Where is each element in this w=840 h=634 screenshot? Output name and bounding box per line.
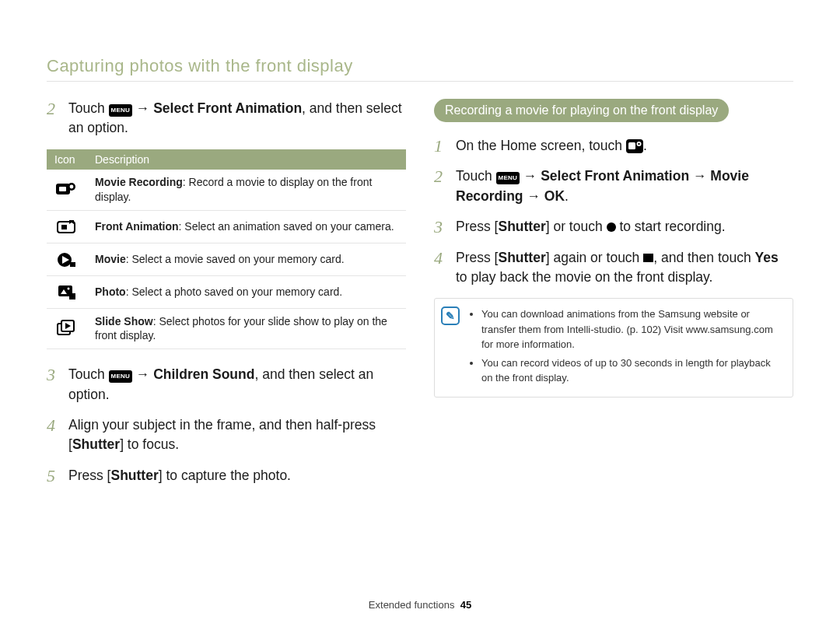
row-desc: Slide Show: Select photos for your slide… [87,308,406,349]
desc: : Select an animation saved on your came… [179,220,394,233]
row-icon [47,308,87,349]
text: Press [ [68,468,110,483]
step-body: Press [Shutter] to capture the photo. [68,466,291,485]
bold-label: Shutter [110,468,158,483]
table-row: Movie: Select a movie saved on your memo… [47,243,406,275]
left-step-3: 3 Touch MENU → Children Sound, and then … [47,365,406,405]
text: ] again or touch [546,250,644,265]
step-body: On the Home screen, touch . [456,136,647,156]
svg-rect-5 [61,225,67,229]
right-step-4: 4 Press [Shutter] again or touch , and t… [434,248,793,288]
arrow: → [136,100,153,116]
menu-chip-icon: MENU [496,172,520,184]
bold-label: Select Front Animation [153,100,302,116]
svg-rect-17 [628,142,635,149]
term: Photo [95,285,126,298]
row-desc: Front Animation: Select an animation sav… [87,210,406,243]
left-step-5: 5 Press [Shutter] to capture the photo. [47,466,406,485]
desc: : Select a photo saved on your memory ca… [126,285,343,298]
text: . [565,188,569,204]
table-row: Front Animation: Select an animation sav… [47,210,406,243]
th-description: Description [87,149,406,170]
text: , and then touch [653,250,754,265]
text: Touch [456,168,496,184]
step-body: Press [Shutter] again or touch , and the… [456,248,793,288]
svg-point-11 [68,287,70,289]
divider [47,81,793,82]
step-number: 5 [47,466,61,485]
term: Movie [95,253,126,265]
text: ] or touch [546,219,607,234]
step-body: Press [Shutter] or touch to start record… [456,217,726,236]
row-icon [47,170,87,210]
note-item: You can download animations from the Sam… [481,306,782,352]
icon-description-table: Icon Description Movie Recording: Record… [47,149,406,350]
term: Movie Recording [95,176,183,188]
record-dot-icon [607,222,616,232]
arrow: → [136,366,153,382]
bold-label: Shutter [72,436,120,452]
step-body: Touch MENU → Select Front Animation → Mo… [456,166,793,206]
section-heading-pill: Recording a movie for playing on the fro… [434,99,729,122]
step-number: 4 [47,415,61,455]
text: On the Home screen, touch [456,138,626,153]
right-step-3: 3 Press [Shutter] or touch to start reco… [434,217,793,236]
menu-chip-icon: MENU [109,370,132,383]
text: Press [ [456,250,498,265]
menu-chip-icon: MENU [109,104,132,117]
term: Slide Show [95,315,153,328]
step-body: Touch MENU → Select Front Animation, and… [68,99,406,138]
svg-rect-12 [69,293,75,299]
table-row: Slide Show: Select photos for your slide… [47,308,406,349]
text: Touch [68,366,109,382]
table-row: Movie Recording: Record a movie to displ… [47,170,406,210]
ok-label: OK [544,188,565,204]
table-row: Photo: Select a photo saved on your memo… [47,275,406,308]
bold-label: Shutter [498,250,545,265]
text: to play back the movie on the front disp… [456,269,712,285]
bold-label: Shutter [498,219,545,234]
step-number: 1 [434,136,448,156]
note-box: ✎ You can download animations from the S… [434,298,793,398]
row-desc: Movie Recording: Record a movie to displ… [87,170,406,210]
movie-icon [57,252,77,268]
row-desc: Movie: Select a movie saved on your memo… [87,243,406,275]
text: to start recording. [616,219,726,234]
left-step-4: 4 Align your subject in the frame, and t… [47,415,406,455]
arrow: → [523,188,544,204]
row-desc: Photo: Select a photo saved on your memo… [87,275,406,308]
text: . [643,138,647,153]
text: Touch [68,100,109,116]
text: ] to focus. [120,436,179,452]
th-icon: Icon [47,149,87,170]
bold-label: Yes [755,250,779,265]
text: Press [ [456,219,498,234]
text: ] to capture the photo. [159,468,291,483]
svg-rect-8 [70,262,75,267]
arrow: → [689,168,710,184]
page-title: Capturing photos with the front display [47,56,793,76]
row-icon [47,275,87,308]
right-step-2: 2 Touch MENU → Select Front Animation → … [434,166,793,206]
step-body: Align your subject in the frame, and the… [68,415,406,455]
svg-point-19 [638,143,639,145]
footer-page-number: 45 [460,599,471,611]
note-item: You can record videos of up to 30 second… [481,356,782,386]
footer-label: Extended functions [369,599,455,611]
bold-label: Children Sound [153,366,254,382]
front-animation-icon [56,219,78,235]
arrow: → [523,168,541,184]
desc: : Select a movie saved on your memory ca… [126,253,345,265]
svg-point-2 [70,185,74,189]
stop-square-icon [643,254,653,262]
right-column: Recording a movie for playing on the fro… [434,99,793,591]
step-body: Touch MENU → Children Sound, and then se… [68,365,406,405]
photo-icon [58,285,76,300]
movie-recording-icon [56,182,78,198]
step-number: 2 [434,166,448,206]
left-column: 2 Touch MENU → Select Front Animation, a… [47,99,406,591]
step-number: 2 [47,99,61,138]
home-mode-icon [626,139,643,153]
term: Front Animation [95,220,179,233]
footer: Extended functions 45 [47,591,793,611]
